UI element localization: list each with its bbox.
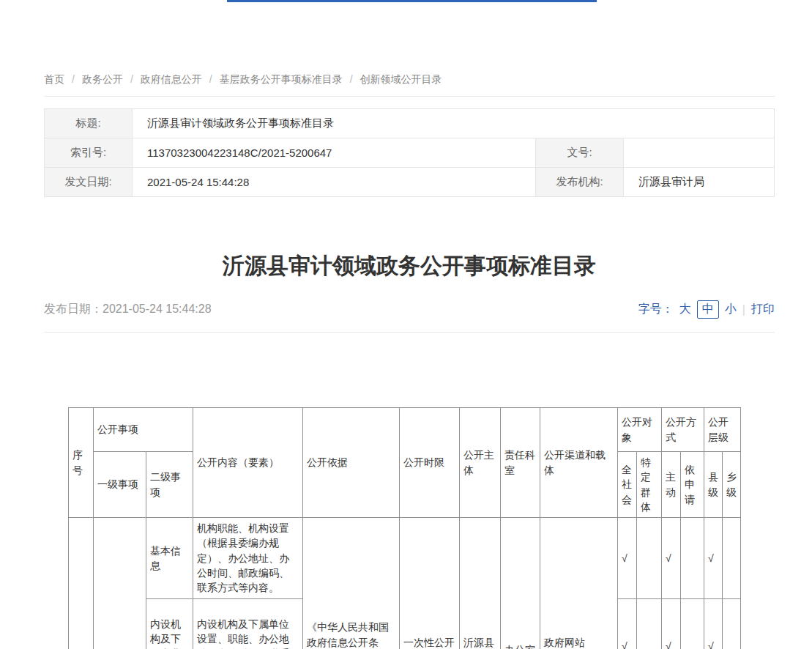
breadcrumb-separator: / (130, 73, 133, 85)
table-row: 基本信息 机构职能、机构设置（根据县委编办规定）、办公地址、办公时间、邮政编码、… (69, 518, 741, 598)
top-nav-bar-remnant (227, 0, 597, 2)
info-row-date: 发文日期: 2021-05-24 15:44:28 发布机构: 沂源县审计局 (45, 168, 775, 197)
cell-check-yishenqing (681, 518, 704, 598)
index-value: 11370323004223148C/2021-5200647 (133, 138, 536, 168)
index-label: 索引号: (45, 138, 133, 168)
agency-value: 沂源县审计局 (624, 168, 775, 197)
article-meta-bar: 发布日期：2021-05-24 15:44:28 字号： 大 中 小 | 打印 (44, 300, 775, 333)
cell-yiju: 《中华人民共和国政府信息公开条例》（国务院令第711号） (303, 518, 400, 649)
cell-check-xiangji (723, 598, 741, 649)
info-row-title: 标题: 沂源县审计领域政务公开事项标准目录 (45, 109, 775, 138)
font-size-tools: 字号： 大 中 小 | 打印 (638, 300, 775, 319)
col-header-erji: 二级事项 (146, 452, 193, 518)
cell-check-yishenqing (681, 598, 704, 649)
page-title: 沂源县审计领域政务公开事项标准目录 (44, 251, 775, 281)
cell-check-quanshehui: √ (618, 598, 637, 649)
cell-check-xianji: √ (704, 598, 723, 649)
cell-check-teding (637, 518, 662, 598)
col-header-qudao: 公开渠道和载体 (540, 408, 618, 518)
col-header-cengji: 公开层级 (704, 408, 741, 452)
docnum-label: 文号: (536, 138, 624, 168)
breadcrumb-xinxigongkai[interactable]: 政府信息公开 (141, 73, 202, 85)
breadcrumb-separator: / (209, 73, 212, 85)
date-value: 2021-05-24 15:44:28 (133, 168, 536, 197)
cell-check-quanshehui: √ (618, 518, 637, 598)
cell-check-teding (637, 598, 662, 649)
col-header-yiji: 一级事项 (94, 452, 146, 518)
col-header-yiju: 公开依据 (303, 408, 400, 518)
breadcrumb-biaozhunmulu[interactable]: 基层政务公开事项标准目录 (220, 73, 343, 85)
cell-check-zhudong: √ (662, 598, 681, 649)
date-label: 发文日期: (45, 168, 133, 197)
breadcrumb-zhengwugongkai[interactable]: 政务公开 (82, 73, 123, 85)
cell-check-xiangji (723, 518, 741, 598)
breadcrumb-home[interactable]: 首页 (44, 73, 64, 85)
cell-xuhao (69, 518, 94, 649)
title-value: 沂源县审计领域政务公开事项标准目录 (133, 109, 775, 138)
page-container: 首页/政务公开/政府信息公开/基层政务公开事项标准目录/创新领域公开目录 标题:… (44, 0, 775, 649)
cell-erji: 基本信息 (146, 518, 193, 598)
catalog-table: 序号 公开事项 公开内容（要素） 公开依据 公开时限 公开主体 责任科室 公开渠… (68, 407, 741, 649)
font-size-label: 字号： (638, 302, 674, 317)
publish-date-value: 2021-05-24 15:44:28 (103, 303, 212, 315)
cell-zhuti: 沂源县审计局 (460, 518, 501, 649)
font-size-medium-button[interactable]: 中 (697, 300, 719, 319)
breadcrumb-separator: / (72, 73, 75, 85)
col-header-xuhao: 序号 (69, 408, 94, 518)
header-row-1: 序号 公开事项 公开内容（要素） 公开依据 公开时限 公开主体 责任科室 公开渠… (69, 408, 741, 452)
col-header-zhuti: 公开主体 (460, 408, 501, 518)
col-header-neirong: 公开内容（要素） (193, 408, 303, 518)
font-size-large-button[interactable]: 大 (679, 302, 691, 317)
agency-label: 发布机构: (536, 168, 624, 197)
cell-check-xianji: √ (704, 518, 723, 598)
docnum-value (624, 138, 775, 168)
cell-neirong: 机构职能、机构设置（根据县委编办规定）、办公地址、办公时间、邮政编码、联系方式等… (193, 518, 303, 598)
cell-shixian: 一次性公开并动态调整 (400, 518, 460, 649)
col-header-xianji: 县级 (704, 452, 723, 518)
col-header-quanshehui: 全社会 (618, 452, 637, 518)
col-header-duixiang: 公开对象 (618, 408, 662, 452)
font-size-small-button[interactable]: 小 (725, 302, 737, 317)
col-header-yishenqing: 依申请 (681, 452, 704, 518)
col-header-fangshi: 公开方式 (662, 408, 704, 452)
col-header-keshi: 责任科室 (501, 408, 540, 518)
breadcrumb-separator: / (350, 73, 353, 85)
print-button[interactable]: 打印 (751, 302, 775, 317)
cell-neirong: 内设机构及下属单位设置、职能、办公地址、办公时间、联系方式、负责人姓名 (193, 598, 303, 649)
cell-check-zhudong: √ (662, 518, 681, 598)
col-header-zhudong: 主动 (662, 452, 681, 518)
col-header-shixian: 公开时限 (400, 408, 460, 518)
cell-erji: 内设机构及下属事业单位 (146, 598, 193, 649)
breadcrumb-current: 创新领域公开目录 (360, 73, 442, 85)
publish-date-label: 发布日期： (44, 303, 103, 315)
col-header-gongkai-shixiang: 公开事项 (94, 408, 193, 452)
publish-date: 发布日期：2021-05-24 15:44:28 (44, 302, 212, 317)
divider: | (742, 303, 745, 316)
col-header-teding: 特定群体 (637, 452, 662, 518)
document-info-table: 标题: 沂源县审计领域政务公开事项标准目录 索引号: 1137032300422… (44, 108, 775, 197)
cell-keshi: 办公室 (501, 518, 540, 649)
breadcrumb: 首页/政务公开/政府信息公开/基层政务公开事项标准目录/创新领域公开目录 (44, 73, 775, 97)
col-header-xiangji: 乡级 (723, 452, 741, 518)
info-row-index: 索引号: 11370323004223148C/2021-5200647 文号: (45, 138, 775, 168)
cell-yiji (94, 518, 146, 649)
title-label: 标题: (45, 109, 133, 138)
catalog-table-wrap: 序号 公开事项 公开内容（要素） 公开依据 公开时限 公开主体 责任科室 公开渠… (68, 407, 775, 649)
cell-qudao: 政府网站 公开查阅点 (540, 518, 618, 649)
